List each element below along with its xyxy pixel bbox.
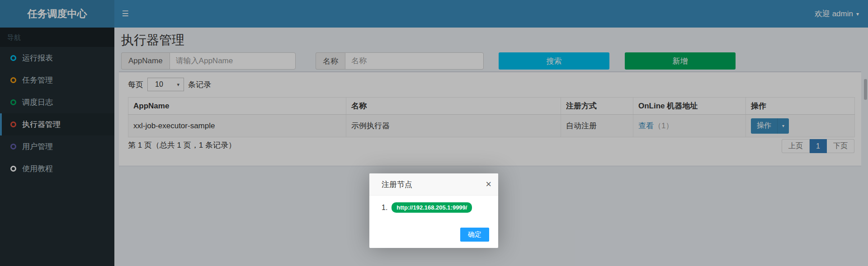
- registry-nodes-modal: 注册节点 × 1. http://192.168.205.1:9999/ 确定: [369, 173, 498, 248]
- registry-address-badge: http://192.168.205.1:9999/: [392, 202, 472, 213]
- modal-body: 1. http://192.168.205.1:9999/: [382, 202, 472, 213]
- list-item-index: 1.: [382, 204, 387, 212]
- confirm-button[interactable]: 确定: [460, 228, 489, 242]
- modal-header: 注册节点: [369, 173, 498, 196]
- modal-title: 注册节点: [382, 179, 412, 190]
- scrollbar-thumb[interactable]: [864, 79, 867, 100]
- app-root: 任务调度中心 ☰ 欢迎 admin ▾ 导航 运行报表 任务管理 调度日志 执行…: [0, 0, 868, 266]
- close-icon: ×: [486, 178, 491, 190]
- modal-close-button[interactable]: ×: [486, 179, 491, 189]
